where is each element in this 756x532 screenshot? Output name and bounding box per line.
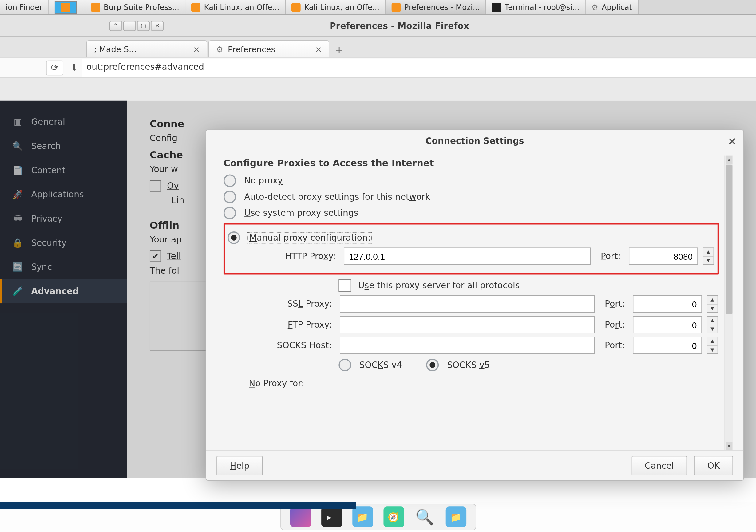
reload-button[interactable]: ⟳ [46, 60, 63, 75]
socks-host-input[interactable] [340, 337, 595, 354]
sidebar-item-applications[interactable]: 🚀Applications [0, 183, 127, 207]
radio-label: Manual proxy configuration: [248, 233, 372, 243]
dock-item-files2[interactable]: 📁 [446, 507, 466, 527]
http-proxy-input[interactable] [344, 248, 591, 265]
radio-system-proxy[interactable]: Use system proxy settings [224, 206, 719, 219]
radio-icon [224, 206, 236, 219]
http-proxy-label: HTTP Proxy: [253, 251, 339, 261]
manual-proxy-highlight: Manual proxy configuration: HTTP Proxy: … [224, 223, 719, 275]
sidebar-item-advanced[interactable]: 🧪Advanced [0, 279, 127, 303]
url-text: out:preferences#advanced [86, 61, 204, 72]
button-label: OK [707, 460, 720, 470]
browser-tab-made[interactable]: ; Made S... × [86, 40, 207, 58]
sidebar-item-label: Security [31, 238, 67, 248]
window-maximize-button[interactable]: ▢ [137, 20, 150, 31]
help-button[interactable]: Help [216, 456, 262, 475]
taskbar-label: Preferences - Mozi... [404, 3, 480, 12]
radio-auto-detect[interactable]: Auto-detect proxy settings for this netw… [224, 191, 719, 203]
taskbar-item-terminal[interactable]: Terminal - root@si... [486, 0, 586, 14]
dock-item-files1[interactable]: 📁 [352, 507, 373, 527]
sidebar-item-label: Applications [31, 189, 84, 200]
sidebar-item-content[interactable]: 📄Content [0, 158, 127, 183]
socks-host-label: SOCKS Host: [249, 340, 335, 351]
ftp-port-input[interactable] [633, 316, 702, 333]
burp-icon [91, 2, 100, 12]
dock-item-browser[interactable]: 🧭 [383, 507, 404, 527]
taskbar-item-applications[interactable]: ⚙Applicat [586, 0, 638, 14]
dialog-title: Connection Settings [425, 136, 524, 146]
cancel-button[interactable]: Cancel [632, 456, 687, 475]
browser-tab-preferences[interactable]: ⚙ Preferences × [208, 40, 329, 58]
tell-checkbox[interactable]: ✔ [150, 251, 161, 262]
new-tab-button[interactable]: + [331, 41, 348, 58]
gear-icon: ⚙ [591, 3, 598, 12]
sidebar-item-search[interactable]: 🔍Search [0, 134, 127, 158]
chevron-up-icon: ▲ [707, 296, 717, 304]
radio-no-proxy[interactable]: No proxy [224, 174, 719, 187]
window-minimize-button[interactable]: – [123, 20, 136, 31]
close-icon[interactable]: × [315, 44, 322, 54]
sidebar-item-security[interactable]: 🔒Security [0, 231, 127, 255]
sidebar-item-label: Advanced [31, 286, 79, 297]
section-connection: Conne [150, 118, 733, 129]
chevron-down-icon: ▼ [707, 304, 717, 312]
socks-port-spinner[interactable]: ▲▼ [707, 337, 718, 354]
taskbar-item-burp[interactable]: Burp Suite Profess... [85, 0, 186, 14]
use-for-all-checkbox[interactable] [338, 279, 351, 292]
radio-label: No proxy [244, 175, 283, 186]
taskbar-item-kali2[interactable]: Kali Linux, an Offe... [285, 0, 386, 14]
plus-icon: + [335, 43, 343, 55]
http-port-spinner[interactable]: ▲▼ [703, 248, 714, 265]
ok-button[interactable]: OK [694, 456, 733, 475]
ssl-port-input[interactable] [633, 295, 702, 312]
os-taskbar: ion Finder Burp Suite Profess... Kali Li… [0, 0, 756, 15]
firefox-icon [191, 2, 201, 12]
scroll-up-icon[interactable]: ▴ [726, 155, 732, 164]
sidebar-item-label: Sync [31, 262, 52, 272]
ftp-port-label: Port: [600, 320, 629, 330]
ftp-proxy-input[interactable] [340, 316, 595, 333]
radio-socks5[interactable] [426, 359, 439, 371]
radio-icon [224, 174, 236, 187]
sidebar-item-general[interactable]: ▣General [0, 110, 127, 134]
chevron-down-icon: ▼ [703, 256, 714, 264]
ssl-proxy-input[interactable] [340, 295, 595, 312]
window-titlebar: ⌃ – ▢ ✕ Preferences - Mozilla Firefox [0, 15, 756, 37]
radio-label: Auto-detect proxy settings for this netw… [244, 192, 430, 202]
socks-port-input[interactable] [633, 337, 702, 354]
use-for-all-row[interactable]: Use this proxy server for all protocols [338, 279, 719, 292]
scroll-thumb[interactable] [726, 165, 732, 314]
taskbar-item-kali1[interactable]: Kali Linux, an Offe... [186, 0, 286, 14]
window-up-button[interactable]: ⌃ [109, 20, 122, 31]
sidebar-item-privacy[interactable]: 🕶Privacy [0, 206, 127, 231]
radio-socks4[interactable] [338, 359, 351, 371]
taskbar-item-finder[interactable]: ion Finder [0, 0, 49, 14]
taskbar-item-preferences[interactable]: Preferences - Mozi... [386, 0, 486, 14]
general-icon: ▣ [13, 117, 23, 127]
dock-item-search[interactable]: 🔍 [415, 507, 435, 527]
url-input[interactable]: out:preferences#advanced [82, 59, 756, 76]
close-icon[interactable]: × [193, 44, 200, 54]
ssl-port-spinner[interactable]: ▲▼ [707, 295, 718, 312]
override-checkbox[interactable] [150, 180, 161, 192]
advanced-icon: 🧪 [13, 286, 23, 297]
sidebar-item-label: Search [31, 141, 61, 151]
use-for-all-label: Use this proxy server for all protocols [358, 280, 520, 291]
dialog-close-button[interactable]: × [728, 135, 736, 146]
sidebar-item-sync[interactable]: 🔄Sync [0, 255, 127, 279]
proxy-heading: Configure Proxies to Access the Internet [224, 158, 719, 169]
radio-icon [228, 231, 240, 244]
dock-item-terminal[interactable]: ▸_ [321, 507, 341, 527]
chevron-up-icon: ▲ [707, 337, 717, 346]
taskbar-label: Terminal - root@si... [504, 3, 579, 12]
downloads-icon[interactable]: ⬇ [67, 62, 82, 73]
http-port-input[interactable] [629, 248, 698, 265]
taskbar-label: Kali Linux, an Offe... [204, 3, 280, 12]
taskbar-thumbnail[interactable] [49, 0, 85, 14]
scroll-down-icon[interactable]: ▾ [726, 442, 732, 450]
dock-item-launcher[interactable] [290, 507, 310, 527]
dialog-scrollbar[interactable]: ▴ ▾ [724, 155, 733, 450]
ftp-port-spinner[interactable]: ▲▼ [707, 316, 718, 333]
window-close-button[interactable]: ✕ [151, 20, 164, 31]
radio-manual-proxy[interactable]: Manual proxy configuration: [228, 231, 715, 244]
